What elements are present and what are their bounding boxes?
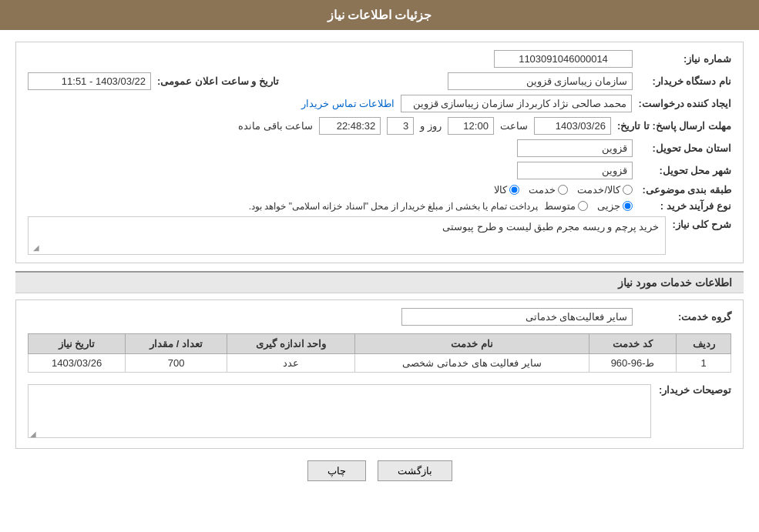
ijad-row: ایجاد کننده درخواست: محمد صالحی نژاد کار… [28,95,731,112]
khadamat-section: گروه خدمت: سایر فعالیت‌های خدماتی ردیف ک… [15,299,744,449]
ostan-row: استان محل تحویل: قزوین [28,139,731,157]
services-table: ردیف کد خدمت نام خدمت واحد اندازه گیری ت… [28,333,731,373]
sharh-section: شرح کلی نیاز: خرید پرچم و ریسه مجرم طبق … [28,216,731,255]
motavaset-label: متوسط [544,200,576,212]
shahr-row: شهر محل تحویل: قزوین [28,162,731,179]
khadamat-section-title: اطلاعات خدمات مورد نیاز [15,271,744,293]
back-button[interactable]: بازگشت [378,460,452,481]
table-cell-2: سایر فعالیت های خدماتی شخصی [355,354,589,373]
tosif-textarea[interactable] [28,384,651,438]
table-cell-3: عدد [227,354,355,373]
tosif-content: ◢ [28,380,651,440]
dastgah-tarix-row: نام دستگاه خریدار: سازمان زیباسازی قزوین… [28,72,731,90]
kala-khedmat-input[interactable] [623,185,633,195]
sharh-box: خرید پرچم و ریسه مجرم طبق لیست و طرح پیو… [28,216,666,255]
table-cell-1: ط-96-960 [589,354,677,373]
saaat-label: ساعت [500,120,528,132]
tarix-saaat-label: تاریخ و ساعت اعلان عمومی: [157,75,279,87]
page-wrapper: جزئیات اطلاعات نیاز شماره نیاز: 11030910… [0,0,759,532]
motavaset-radio: متوسط [544,200,588,212]
farayand-desc: پرداخت تمام یا بخشی از مبلغ خریدار از مح… [249,201,538,212]
mohlet-date: 1403/03/26 [534,117,611,135]
jozei-label: جزیی [597,200,620,212]
table-cell-0: 1 [677,354,731,373]
tosif-label: توصیحات خریدار: [659,380,731,396]
kala-khedmat-radio: کالا/خدمت [577,184,633,196]
tabaqe-row: طبقه بندی موضوعی: کالا/خدمت خدمت کالا [28,184,731,196]
mohlet-roz: 3 [387,117,414,135]
khedmat-label: خدمت [529,184,556,196]
tabaqe-label: طبقه بندی موضوعی: [639,184,731,196]
jozei-radio: جزیی [597,200,633,212]
table-row: 1ط-96-960سایر فعالیت های خدماتی شخصیعدد7… [29,354,731,373]
kala-radio: کالا [494,184,519,196]
col-vahed: واحد اندازه گیری [227,334,355,354]
shahr-value: قزوین [517,162,633,179]
tarix-saaat-value: 1403/03/22 - 11:51 [28,72,151,90]
remaining-label: ساعت باقی مانده [238,120,313,132]
farayand-radios: جزیی متوسط [544,200,633,212]
ijad-label: ایجاد کننده درخواست: [638,98,731,109]
main-content: شماره نیاز: 1103091046000014 نام دستگاه … [0,30,759,504]
print-button[interactable]: چاپ [307,460,366,481]
khedmat-radio: خدمت [529,184,568,196]
shomara-row: شماره نیاز: 1103091046000014 [28,50,731,68]
col-tedad: تعداد / مقدار [126,334,227,354]
nam-dastgah-value: سازمان زیباسازی قزوین [448,72,633,90]
tabaqe-radios: کالا/خدمت خدمت کالا [494,184,633,196]
goroh-value: سایر فعالیت‌های خدماتی [401,308,633,326]
kala-khedmat-label: کالا/خدمت [577,184,620,196]
mohlet-label: مهلت ارسال پاسخ: تا تاریخ: [617,120,731,132]
tamas-link[interactable]: اطلاعات تماس خریدار [301,98,395,109]
col-kod: کد خدمت [589,334,677,354]
shomara-value: 1103091046000014 [494,50,633,68]
motavaset-input[interactable] [578,201,588,211]
resize-handle-sharh: ◢ [30,243,39,253]
goroh-label: گروه خدمت: [639,311,731,323]
col-tarix: تاریخ نیاز [29,334,126,354]
nam-dastgah-label: نام دستگاه خریدار: [639,75,731,87]
ijad-value: محمد صالحی نژاد کاربرداز سازمان زیباسازی… [401,95,632,112]
goroh-row: گروه خدمت: سایر فعالیت‌های خدماتی [28,308,731,326]
page-header: جزئیات اطلاعات نیاز [0,0,759,30]
sharh-value: خرید پرچم و ریسه مجرم طبق لیست و طرح پیو… [442,221,660,233]
services-table-section: ردیف کد خدمت نام خدمت واحد اندازه گیری ت… [28,333,731,373]
ostan-label: استان محل تحویل: [639,142,731,154]
kala-input[interactable] [509,185,519,195]
ostan-value: قزوین [517,139,633,157]
buttons-row: بازگشت چاپ [15,460,744,493]
kala-label: کالا [494,184,507,196]
mohlet-remaining: 22:48:32 [319,117,381,135]
shahr-label: شهر محل تحویل: [639,165,731,176]
form-section: شماره نیاز: 1103091046000014 نام دستگاه … [15,42,744,263]
farayand-label: نوع فرآیند خرید : [639,200,731,212]
mohlet-row: مهلت ارسال پاسخ: تا تاریخ: 1403/03/26 سا… [28,117,731,135]
roz-label: روز و [420,120,442,132]
table-cell-4: 700 [126,354,227,373]
shomara-label: شماره نیاز: [639,53,731,65]
khedmat-input[interactable] [558,185,568,195]
resize-handle-tosif: ◢ [30,430,36,438]
col-radif: ردیف [677,334,731,354]
page-title: جزئیات اطلاعات نیاز [327,8,432,22]
sharh-label: شرح کلی نیاز: [672,216,731,230]
tosif-section: توصیحات خریدار: ◢ [28,380,731,440]
table-cell-5: 1403/03/26 [29,354,126,373]
mohlet-saaat: 12:00 [448,117,494,135]
farayand-row: نوع فرآیند خرید : جزیی متوسط پرداخت تمام… [28,200,731,212]
col-nam: نام خدمت [355,334,589,354]
jozei-input[interactable] [623,201,633,211]
